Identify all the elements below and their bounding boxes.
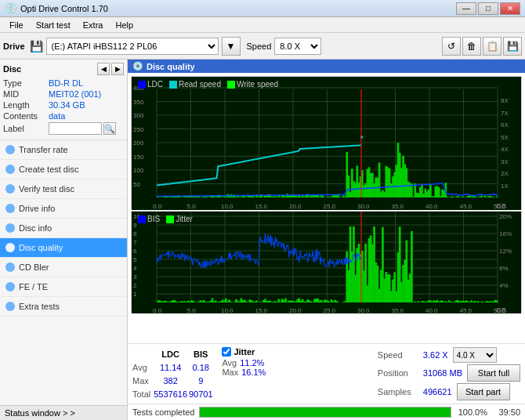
verify-test-disc-icon — [5, 183, 16, 194]
length-value: 30.34 GB — [49, 100, 85, 110]
samples-key: Samples — [378, 387, 418, 396]
speed-select[interactable]: 8.0 X — [274, 38, 321, 55]
speed-label: Speed — [247, 42, 272, 51]
svg-point-5 — [5, 243, 15, 252]
start-full-btn[interactable]: Start full — [467, 364, 520, 382]
legend-write-speed: Write speed — [227, 80, 278, 89]
avg-row-label: Avg — [132, 360, 154, 374]
cd-bler-icon — [5, 262, 16, 273]
erase-btn[interactable]: 🗑 — [462, 37, 481, 56]
legend-read-speed: Read speed — [169, 80, 221, 89]
label-search-btn[interactable]: 🔍 — [103, 122, 116, 135]
jitter-max-val: 16.1% — [241, 368, 266, 377]
total-row-label: Total — [132, 387, 154, 400]
create-test-disc-icon — [5, 164, 16, 175]
bis-col-header: BIS — [187, 347, 214, 360]
menu-extra[interactable]: Extra — [77, 19, 110, 31]
fe-te-icon — [5, 281, 16, 292]
mid-label: MID — [3, 89, 49, 99]
window-controls: — □ ✕ — [456, 2, 520, 15]
save-btn[interactable]: 💾 — [503, 37, 522, 56]
titlebar: 💿 Opti Drive Control 1.70 — □ ✕ — [0, 0, 525, 17]
jitter-checkbox[interactable] — [222, 347, 231, 357]
menubar: File Start test Extra Help — [0, 17, 525, 33]
jitter-max-label: Max — [222, 368, 238, 377]
label-label: Label — [3, 124, 49, 133]
svg-point-1 — [5, 165, 15, 174]
nav-create-test-disc[interactable]: Create test disc — [0, 160, 127, 179]
transfer-rate-icon — [5, 144, 16, 155]
app-icon: 💿 — [5, 2, 17, 14]
progress-bar — [199, 407, 451, 418]
nav-transfer-rate[interactable]: Transfer rate — [0, 140, 127, 160]
right-panel: 💿 Disc quality LDC Read speed — [128, 60, 525, 420]
charts-area: LDC Read speed Write speed — [128, 73, 525, 343]
nav-disc-info[interactable]: Disc info — [0, 219, 127, 238]
type-label: Type — [3, 78, 49, 88]
status-window-btn[interactable]: Status window > > — [0, 405, 127, 420]
legend-jitter: Jitter — [166, 215, 193, 223]
refresh-btn[interactable]: ↺ — [442, 37, 461, 56]
stats-area: LDC BIS Avg 11.14 0.18 Max 382 9 Total 5… — [128, 343, 525, 404]
menu-help[interactable]: Help — [109, 19, 139, 31]
ldc-col-header: LDC — [154, 347, 187, 360]
svg-point-7 — [5, 282, 15, 291]
bottom-chart: BIS Jitter — [131, 211, 522, 313]
close-btn[interactable]: ✕ — [500, 2, 520, 15]
maximize-btn[interactable]: □ — [478, 2, 498, 15]
menu-file[interactable]: File — [3, 19, 30, 31]
left-panel: Disc ◀ ▶ Type BD-R DL MID MEIT02 (001) L… — [0, 60, 128, 420]
nav-disc-quality[interactable]: Disc quality — [0, 238, 127, 258]
bis-avg: 0.18 — [187, 360, 214, 374]
label-input[interactable] — [49, 122, 102, 135]
svg-point-2 — [5, 184, 15, 194]
chart-title: Disc quality — [147, 62, 195, 71]
bis-max: 9 — [187, 374, 214, 387]
position-key: Position — [378, 368, 418, 378]
position-val: 31068 MB — [423, 368, 462, 378]
ldc-max: 382 — [154, 374, 187, 387]
chart-header-icon: 💿 — [132, 61, 143, 71]
progress-time: 39:50 — [492, 407, 520, 417]
minimize-btn[interactable]: — — [456, 2, 476, 15]
speed-val: 3.62 X — [423, 350, 448, 360]
stats-table: LDC BIS Avg 11.14 0.18 Max 382 9 Total 5… — [132, 347, 214, 400]
disc-section: Disc ◀ ▶ Type BD-R DL MID MEIT02 (001) L… — [0, 60, 127, 140]
disc-info-icon — [5, 223, 16, 234]
nav-cd-bler[interactable]: CD Bler — [0, 258, 127, 277]
progress-area: Tests completed 100.0% 39:50 — [128, 404, 525, 420]
drive-icon: 💾 — [30, 40, 43, 52]
extra-tests-icon — [5, 301, 16, 312]
length-label: Length — [3, 100, 49, 110]
svg-point-3 — [5, 204, 15, 213]
speed-key: Speed — [378, 350, 418, 360]
bottom-chart-canvas — [132, 212, 521, 313]
nav-extra-tests[interactable]: Extra tests — [0, 297, 127, 317]
svg-point-6 — [5, 262, 15, 272]
drive-refresh-btn[interactable]: ▼ — [222, 37, 241, 56]
nav-fe-te[interactable]: FE / TE — [0, 277, 127, 297]
disc-quality-icon — [5, 242, 16, 253]
drive-select[interactable]: (E:) ATAPI iHBS112 2 PL06 — [46, 38, 219, 55]
ldc-total: 5537616 — [154, 387, 187, 400]
progress-percent: 100.0% — [456, 407, 487, 417]
nav-verify-test-disc[interactable]: Verify test disc — [0, 179, 127, 199]
mid-value: MEIT02 (001) — [49, 89, 101, 99]
disc-icon-left[interactable]: ◀ — [97, 63, 110, 75]
copy-btn[interactable]: 📋 — [483, 37, 501, 56]
speed-dropdown[interactable]: 4.0 X — [453, 347, 497, 363]
contents-label: Contents — [3, 111, 49, 121]
jitter-avg-label: Avg — [222, 358, 237, 368]
max-row-label: Max — [132, 374, 154, 387]
svg-point-0 — [5, 145, 15, 154]
top-chart-canvas — [132, 77, 521, 210]
disc-icon-right[interactable]: ▶ — [111, 63, 124, 75]
svg-point-8 — [5, 302, 15, 311]
menu-start-test[interactable]: Start test — [30, 19, 77, 31]
start-part-btn[interactable]: Start part — [457, 383, 510, 400]
jitter-section: Jitter Avg 11.2% Max 16.1% — [222, 347, 266, 400]
app-title: Opti Drive Control 1.70 — [20, 4, 456, 13]
jitter-avg-val: 11.2% — [240, 358, 264, 368]
nav-drive-info[interactable]: Drive info — [0, 199, 127, 219]
svg-point-4 — [5, 223, 15, 233]
